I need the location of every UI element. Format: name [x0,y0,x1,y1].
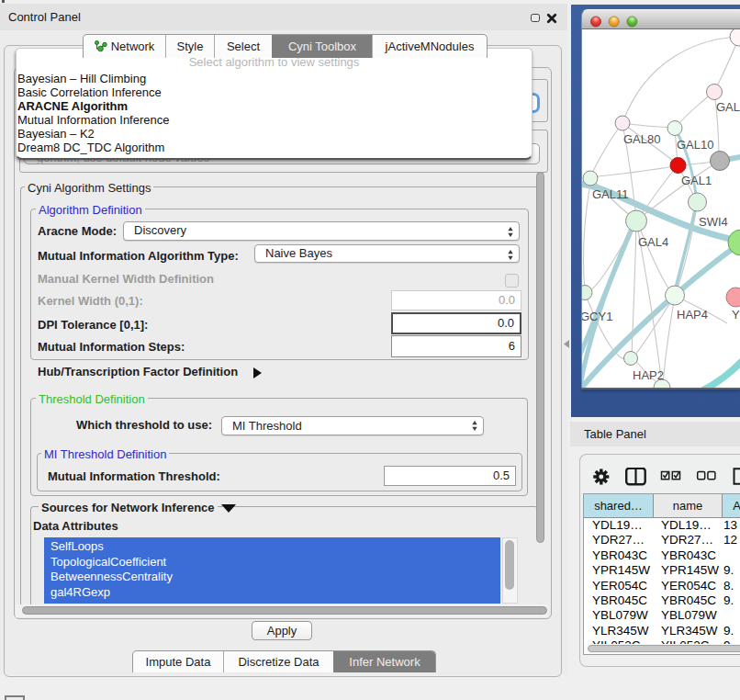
svg-text:GAL1: GAL1 [681,174,712,187]
svg-text:HAP4: HAP4 [677,308,708,322]
svg-text:SWI4: SWI4 [699,215,728,229]
svg-text:GAL10: GAL10 [677,138,713,152]
svg-text:YD: YD [732,308,740,322]
svg-text:GCY1: GCY1 [582,310,612,323]
svg-text:HAP2: HAP2 [633,368,664,382]
svg-text:GAL11: GAL11 [592,187,629,201]
svg-text:GAL7: GAL7 [716,100,740,114]
svg-text:GAL80: GAL80 [623,132,660,146]
svg-text:GAL4: GAL4 [638,235,668,249]
